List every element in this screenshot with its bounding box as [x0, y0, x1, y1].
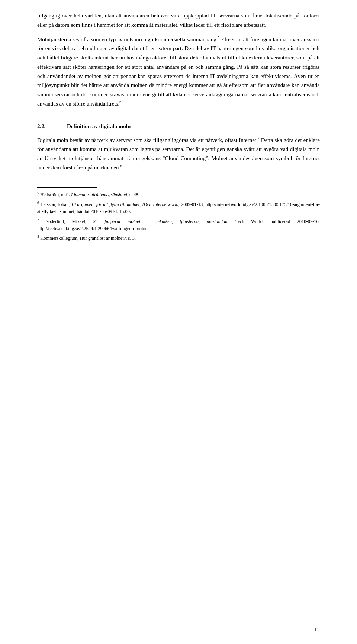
footnote-6-number: 6	[37, 201, 39, 205]
footnote-8: 8 Kommerskollegium, Hur gränslöst är mol…	[37, 235, 320, 242]
footnote-ref-7: 7	[258, 136, 260, 140]
footnote-5-number: 5	[37, 191, 39, 195]
footnote-7: 7 Söderlind, Mikael, Så fungerar molnet …	[37, 218, 320, 232]
section-2-2-paragraph-1: Digitala moln består av nätverk av servr…	[37, 136, 320, 172]
footnote-5-italic: I immaterialrättens gränsland	[71, 192, 127, 197]
footnote-8-number: 8	[37, 234, 39, 239]
paragraph-2: Molntjänsterna ses ofta som en typ av ou…	[37, 35, 320, 109]
footnotes-block: 5 Hellström, m.fl. I immaterialrättens g…	[37, 191, 320, 242]
footnote-6: 6 Larsson, Johan, 10 argument för att fl…	[37, 201, 320, 215]
footnote-ref-6: 6	[119, 100, 121, 104]
footnote-7-number: 7	[37, 218, 39, 222]
footnote-ref-8: 8	[120, 164, 122, 168]
paragraph-1: tillgänglig över hela världen, utan att …	[37, 11, 320, 30]
footnote-5: 5 Hellström, m.fl. I immaterialrättens g…	[37, 191, 320, 198]
section-title: Definition av digitala moln	[67, 123, 131, 130]
footnote-6-italic: 10 argument för att flytta till molnet, …	[71, 202, 180, 207]
page-number: 12	[314, 627, 320, 633]
page-container: tillgänglig över hela världen, utan att …	[0, 0, 357, 644]
footnote-ref-5: 5	[218, 36, 220, 40]
footnote-7-italic: Så fungerar molnet – tekniken, tjänstern…	[93, 219, 227, 224]
footnote-divider	[37, 187, 97, 188]
section-heading-2-2: 2.2. Definition av digitala moln	[37, 123, 320, 130]
section-number: 2.2.	[37, 123, 67, 130]
